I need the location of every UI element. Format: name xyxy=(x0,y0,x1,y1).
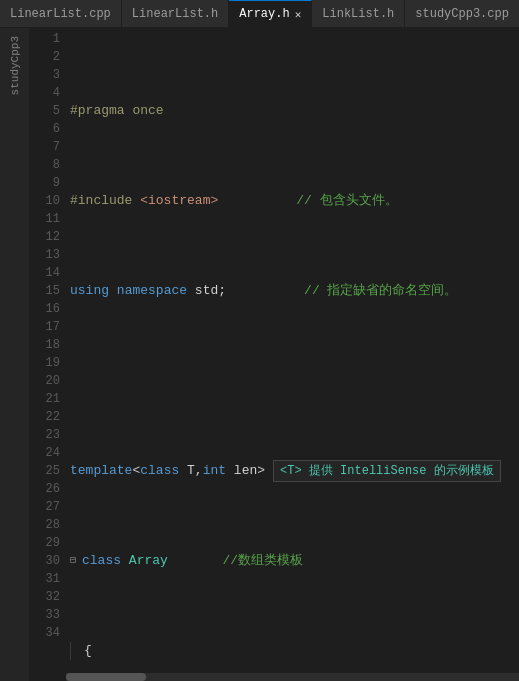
sidebar: studyCpp3 xyxy=(0,28,30,681)
scrollbar-thumb[interactable] xyxy=(66,673,146,681)
tab-label: Array.h xyxy=(239,7,289,21)
code-line: template<class T,int len><T> 提供 IntelliS… xyxy=(70,462,519,480)
main-area: studyCpp3 1 2 3 4 5 6 7 8 9 10 11 12 13 … xyxy=(0,28,519,681)
tab-label: LinearList.cpp xyxy=(10,7,111,21)
tab-bar: LinearList.cpp LinearList.h Array.h ✕ Li… xyxy=(0,0,519,28)
code-line xyxy=(70,372,519,390)
code-line: using namespace std; // 指定缺省的命名空间。 xyxy=(70,282,519,300)
tab-linklist-h[interactable]: LinkList.h xyxy=(312,0,405,27)
tab-label: studyCpp3.cpp xyxy=(415,7,509,21)
close-icon[interactable]: ✕ xyxy=(295,8,302,21)
tab-label: LinkList.h xyxy=(322,7,394,21)
code-line: #include <iostream> // 包含头文件。 xyxy=(70,192,519,210)
tab-label: LinearList.h xyxy=(132,7,218,21)
tab-array-h[interactable]: Array.h ✕ xyxy=(229,0,312,27)
tab-studycpp3[interactable]: studyCpp3.cpp xyxy=(405,0,519,27)
fold-icon[interactable]: ⊟ xyxy=(70,552,82,570)
code-line: ⊟class Array //数组类模板 xyxy=(70,552,519,570)
line-numbers: 1 2 3 4 5 6 7 8 9 10 11 12 13 14 15 16 1… xyxy=(30,28,66,681)
editor-area[interactable]: 1 2 3 4 5 6 7 8 9 10 11 12 13 14 15 16 1… xyxy=(30,28,519,681)
horizontal-scrollbar[interactable] xyxy=(66,673,519,681)
intellisense-hint: <T> 提供 IntelliSense 的示例模板 xyxy=(273,460,501,482)
code-line: { xyxy=(70,642,519,660)
tab-linearlist-cpp[interactable]: LinearList.cpp xyxy=(0,0,122,27)
code-line: #pragma once xyxy=(70,102,519,120)
tab-linearlist-h[interactable]: LinearList.h xyxy=(122,0,229,27)
code-content[interactable]: #pragma once #include <iostream> // 包含头文… xyxy=(66,28,519,681)
sidebar-project-label: studyCpp3 xyxy=(9,32,21,99)
